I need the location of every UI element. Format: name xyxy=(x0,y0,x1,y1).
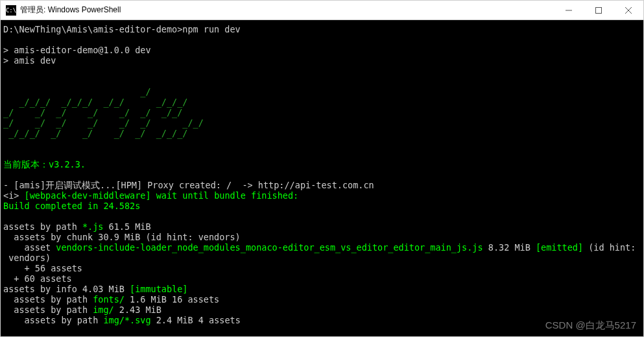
window-title: 管理员: Windows PowerShell xyxy=(20,5,554,16)
assets-chunk: assets by chunk 30.9 MiB (id hint: vendo… xyxy=(3,232,241,242)
log-i-tag: <i> xyxy=(3,190,25,201)
version-label: 当前版本： xyxy=(3,159,49,169)
ascii-art-logo: _/ _/_/_/ _/_/_/ _/_/ _/_/_/ _/ _/ _/ _/… xyxy=(3,86,204,138)
close-button[interactable] xyxy=(614,1,643,19)
log-hpm: [HPM] Proxy created: / -> http://api-tes… xyxy=(115,180,374,190)
svg-glob: img/*.svg xyxy=(103,315,150,325)
app-icon: C:\ xyxy=(6,5,16,16)
plus-60: + 60 assets xyxy=(3,273,72,284)
svg-1: assets by path xyxy=(3,315,103,325)
log-wdm-tag: [webpack-dev-middleware] xyxy=(25,190,151,201)
powershell-window: C:\ 管理员: Windows PowerShell D:\NewThing\… xyxy=(0,0,644,337)
window-controls xyxy=(554,1,643,19)
assets-path-js-2: 61.5 MiB xyxy=(103,221,150,232)
asset-emitted: [emitted] xyxy=(536,242,583,253)
prompt-cwd: D:\NewThing\Amis\amis-editor-demo> xyxy=(3,24,182,34)
asset-tail: (id hint: xyxy=(583,242,636,253)
svg-2: 2.4 MiB 4 assets xyxy=(151,315,241,325)
terminal-output[interactable]: D:\NewThing\Amis\amis-editor-demo>npm ru… xyxy=(1,20,643,336)
version-value: v3.2.3. xyxy=(49,159,86,169)
log-build-done: Build completed in 24.582s xyxy=(3,201,140,211)
img-1: assets by path xyxy=(3,305,93,315)
minimize-button[interactable] xyxy=(554,1,584,19)
svg-rect-1 xyxy=(596,7,602,13)
img-2: 2.43 MiB xyxy=(114,305,161,315)
fonts-glob: fonts/ xyxy=(93,294,125,305)
info-1: assets by info 4.03 MiB xyxy=(3,284,130,294)
assets-path-js-glob: *.js xyxy=(82,221,104,232)
asset-kw: asset xyxy=(3,242,56,253)
img-glob: img/ xyxy=(93,305,114,315)
info-immutable: [immutable] xyxy=(130,284,187,294)
asset-size: 8.32 MiB xyxy=(483,242,536,253)
npm-line-1: > amis-editor-demo@1.0.0 dev xyxy=(3,45,151,55)
vendors-line: vendors) xyxy=(3,253,51,263)
log-wdm-msg: wait until bundle finished: xyxy=(151,190,299,201)
fonts-2: 1.6 MiB 16 assets xyxy=(125,294,219,305)
fonts-1: assets by path xyxy=(3,294,93,305)
assets-path-js-1: assets by path xyxy=(3,221,82,232)
prompt-command: npm run dev xyxy=(182,24,240,34)
npm-line-2: > amis dev xyxy=(3,55,56,66)
maximize-button[interactable] xyxy=(584,1,614,19)
log-amis-prefix: - [amis]开启调试模式... xyxy=(3,180,115,190)
asset-name: vendors-include-loader_node_modules_mona… xyxy=(56,242,483,253)
plus-56: + 56 assets xyxy=(3,263,82,273)
titlebar[interactable]: C:\ 管理员: Windows PowerShell xyxy=(1,1,643,20)
